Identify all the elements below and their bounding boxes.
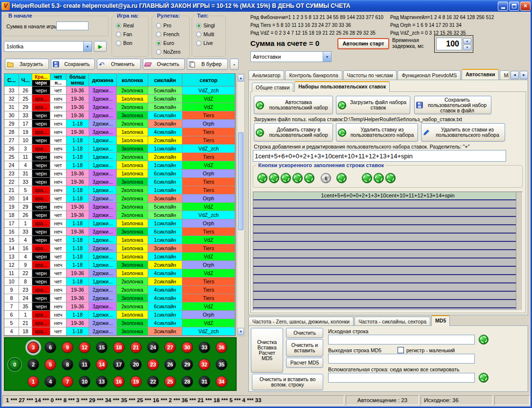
board-number-20[interactable]: 20 xyxy=(130,359,142,370)
radio-bon[interactable]: Bon xyxy=(116,40,133,46)
board-number-26[interactable]: 26 xyxy=(164,359,176,370)
tab-частоты-по-числам[interactable]: Частоты по числам xyxy=(343,70,397,80)
play-button[interactable]: ▶ xyxy=(94,41,107,52)
board-number-28[interactable]: 28 xyxy=(181,376,193,387)
table-row[interactable]: 3129кра...неч19-363дюжи...2колонка5сикла… xyxy=(4,103,235,111)
autobet-user-set-button[interactable]: Автоставка пользовательский набор xyxy=(254,96,333,114)
slot-dropdown[interactable]: 1slotka ▼ xyxy=(4,41,92,52)
radio-multi[interactable]: Multi xyxy=(196,31,214,37)
board-number-21[interactable]: 21 xyxy=(130,342,142,353)
table-row[interactable]: 263кра...неч1-181дюжи...3колонка1сиклайн… xyxy=(4,145,235,153)
table-row[interactable]: 61кра...неч1-181дюжи...1колонка1сиклайнO… xyxy=(4,311,235,319)
quick-chip-5[interactable] xyxy=(304,173,314,183)
tab-автоставки[interactable]: Автоставки xyxy=(462,69,499,80)
table-row[interactable]: 129кра...неч1-181дюжи...3колонка2сиклайн… xyxy=(4,261,235,269)
list-item-empty[interactable] xyxy=(253,250,522,258)
bet-string-input[interactable] xyxy=(253,150,506,162)
table-row[interactable]: 2233черннеч19-363дюжи...3колонка6сиклайн… xyxy=(4,178,235,186)
table-row[interactable]: 1122чернчет19-362дюжи...1колонка4сиклайн… xyxy=(4,269,235,278)
board-number-16[interactable]: 16 xyxy=(113,376,125,387)
board-number-24[interactable]: 24 xyxy=(147,342,159,353)
remove-bet-button[interactable]: Удалить ставку из пользовательского набо… xyxy=(336,123,418,142)
load-bet-set-file-button[interactable]: Загрузить файл набора ставок xyxy=(336,96,410,114)
radio-french[interactable]: French xyxy=(156,31,179,37)
table-row[interactable]: 215кра...неч1-181дюжи...2колонка1сиклайн… xyxy=(4,186,235,194)
table-row[interactable]: 2014кра...чет1-182дюжи...2колонка3сиклай… xyxy=(4,194,235,203)
spin-up-icon[interactable]: ▲ xyxy=(463,38,471,44)
table-row[interactable]: 1633черннеч19-363дюжи...3колонка6сиклайн… xyxy=(4,228,235,236)
md5-clear-button[interactable]: Очистить xyxy=(286,328,323,338)
board-number-7[interactable]: 7 xyxy=(62,376,73,387)
board-number-29[interactable]: 29 xyxy=(181,359,193,370)
remove-all-bets-button[interactable]: Удалить все ставки из пользовательского … xyxy=(421,123,505,142)
radio-singl[interactable]: Singl xyxy=(196,22,215,28)
tab-функционал-psevdoms[interactable]: Функционал PsevdoMS xyxy=(398,70,461,80)
quick-chip-6-dollar[interactable]: $ xyxy=(321,173,331,183)
board-number-23[interactable]: 23 xyxy=(147,359,159,370)
table-row[interactable]: 2511черннеч1-181дюжи...2колонка2сиклайнT… xyxy=(4,153,235,161)
list-item-empty[interactable] xyxy=(253,242,522,250)
list-item-empty[interactable] xyxy=(253,275,522,283)
table-row[interactable]: 244чернчет1-181дюжи...1колонка1сиклайнVd… xyxy=(4,161,235,170)
board-number-36[interactable]: 36 xyxy=(216,342,227,353)
list-item-empty[interactable] xyxy=(253,225,522,234)
quick-chip-2[interactable] xyxy=(269,173,279,183)
board-number-10[interactable]: 10 xyxy=(79,376,90,387)
tab-анализатор[interactable]: Анализатор xyxy=(248,70,284,80)
quick-chip-4[interactable] xyxy=(292,173,303,183)
table-row[interactable]: 1826чернчет19-363дюжи...2колонка5сиклайн… xyxy=(4,211,235,219)
board-number-6[interactable]: 6 xyxy=(44,342,56,353)
table-row[interactable]: 1929черннеч19-363дюжи...2колонка5сиклайн… xyxy=(4,203,235,211)
save-bet-set-file-button[interactable]: Сохранить пользовательский набор ставок … xyxy=(414,96,491,114)
spin-down-icon[interactable]: ▼ xyxy=(463,44,471,50)
minus-button[interactable]: - xyxy=(230,59,239,70)
board-number-33[interactable]: 33 xyxy=(199,342,210,353)
autobets-dropdown[interactable]: Автоставки ▼ xyxy=(250,51,332,62)
radio-pro[interactable]: Pro xyxy=(156,22,171,28)
md5-clear-paste-calc-button[interactable]: Очистка Вставка Расчет MD5 xyxy=(251,328,283,373)
tab-общие-ставки[interactable]: Общие ставки xyxy=(252,83,293,92)
table-scrollbar[interactable]: ▲ ▼ xyxy=(237,73,245,336)
md5-calc-button[interactable]: Расчет MD5 xyxy=(286,358,323,368)
board-number-22[interactable]: 22 xyxy=(147,376,159,387)
table-row[interactable]: 134чернчет1-181дюжи...1колонка1сиклайнVd… xyxy=(4,253,235,261)
list-item[interactable]: 1cent+5+6+0+0+2+1+3+10cent+10+11+12+13+1… xyxy=(253,192,522,200)
md5-helper-chip-button[interactable] xyxy=(479,373,488,383)
tab-наборы-пользовательских-ставок[interactable]: Наборы пользовательских ставок xyxy=(294,81,390,92)
table-row[interactable]: 2331черннеч19-363дюжи...1колонка6сиклайн… xyxy=(4,170,235,178)
list-item-empty[interactable] xyxy=(253,267,522,275)
register-checkbox[interactable] xyxy=(398,347,404,353)
table-row[interactable]: 2917черннеч1-182дюжи...2колонка3сиклайнO… xyxy=(4,120,235,128)
radio-real[interactable]: Real xyxy=(116,22,134,28)
quick-chip-9[interactable] xyxy=(374,173,384,183)
board-number-31[interactable]: 31 xyxy=(199,376,210,387)
list-item-empty[interactable] xyxy=(253,258,522,267)
md5-clear-paste-button[interactable]: Очистить и вставить xyxy=(286,339,323,357)
list-item-empty[interactable] xyxy=(253,300,522,308)
md5-clear-paste-helper-button[interactable]: Очистить и вставить во вспом. строку xyxy=(252,374,323,390)
list-item-empty[interactable] xyxy=(253,283,522,292)
radio-nozero[interactable]: NoZero xyxy=(156,49,180,55)
tabs-scroll-left-icon[interactable]: ◄ xyxy=(510,71,519,79)
tab-контроль-банкролла[interactable]: Контроль банкролла xyxy=(285,70,342,80)
board-number-35[interactable]: 35 xyxy=(216,359,227,370)
list-item-empty[interactable] xyxy=(253,292,522,300)
board-number-12[interactable]: 12 xyxy=(79,342,90,353)
table-row[interactable]: 171кра...неч1-181дюжи...1колонка1сиклайн… xyxy=(4,219,235,228)
board-number-14[interactable]: 14 xyxy=(96,359,108,370)
md5-source-chip-button[interactable] xyxy=(479,335,488,344)
tab-md5[interactable]: MD5 xyxy=(500,70,509,80)
board-number-25[interactable]: 25 xyxy=(164,376,176,387)
quick-chip-7[interactable] xyxy=(336,173,347,183)
scrollbar-thumb[interactable] xyxy=(238,132,244,230)
radio-euro[interactable]: Euro xyxy=(156,40,174,46)
board-number-19[interactable]: 19 xyxy=(130,376,142,387)
table-row[interactable]: 3033черннеч19-363дюжи...3колонка6сиклайн… xyxy=(4,111,235,120)
md5-output-input[interactable] xyxy=(328,354,475,364)
delay-value[interactable]: 100 xyxy=(436,38,462,50)
table-row[interactable]: 108чернчет1-181дюжи...2колонка2сиклайнTi… xyxy=(4,278,235,286)
minimize-button[interactable] xyxy=(498,1,508,11)
table-row[interactable]: 521кра...неч19-362дюжи...3колонка4сиклай… xyxy=(4,319,235,327)
board-number-1[interactable]: 1 xyxy=(27,376,39,387)
list-item-empty[interactable] xyxy=(253,209,522,217)
